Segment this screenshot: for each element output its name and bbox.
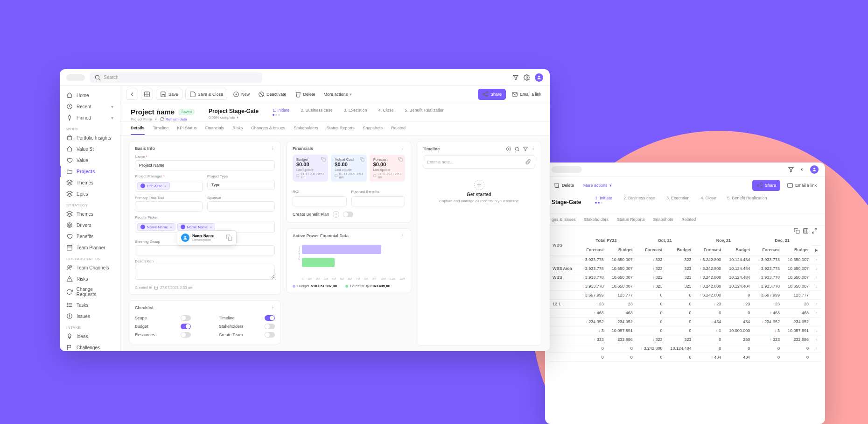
people-suggestion[interactable]: Name NameDescription xyxy=(177,230,237,245)
description-input[interactable] xyxy=(135,265,275,280)
copy-icon[interactable] xyxy=(398,157,403,162)
table-row[interactable]: 00↑ 3.242.80010.124.4840000↑ xyxy=(550,344,820,353)
nav-value[interactable]: Value xyxy=(60,155,120,166)
tab[interactable]: Stakeholders xyxy=(584,213,609,226)
tab-stakeholders[interactable]: Stakeholders xyxy=(294,122,318,135)
nav-drivers[interactable]: Drivers xyxy=(60,219,120,231)
tab-risks[interactable]: Risks xyxy=(232,122,243,135)
email-link-button[interactable]: Email a link xyxy=(784,180,819,191)
nav-recent[interactable]: Recent▾ xyxy=(60,101,120,112)
overflow-icon[interactable]: ⋮ xyxy=(401,146,405,151)
gear-icon[interactable] xyxy=(799,166,805,173)
nav-challenges[interactable]: Challenges xyxy=(60,342,120,351)
toggle-stakeholders[interactable] xyxy=(265,324,275,329)
toggle-timeline[interactable] xyxy=(265,315,275,321)
toggle-budget[interactable] xyxy=(181,324,191,329)
pm-picker[interactable]: Eric Alise× xyxy=(135,180,203,192)
share-button[interactable]: Share xyxy=(752,180,780,191)
nav-risks[interactable]: Risks xyxy=(60,273,120,284)
table-row[interactable]: ↓ 310.057.89100↑ 110.000.000↓ 310.057.89… xyxy=(550,326,820,335)
more-actions[interactable]: More actions ▾ xyxy=(581,181,615,190)
create-benefit-plan[interactable]: Create Benefit Plan+ xyxy=(293,211,405,218)
steering-input[interactable] xyxy=(135,245,275,255)
type-input[interactable] xyxy=(207,180,275,190)
tab-details[interactable]: Details xyxy=(131,122,145,135)
tab[interactable]: Snapshots xyxy=(653,213,673,226)
nav-themes[interactable]: Themes xyxy=(60,177,120,188)
task-tool-input[interactable] xyxy=(135,201,203,212)
save-close-button[interactable]: Save & Close xyxy=(185,89,228,100)
stage-5[interactable]: 5. Benefit Realization xyxy=(728,196,767,208)
nav-themes[interactable]: Themes xyxy=(60,208,120,219)
share-button[interactable]: Share xyxy=(478,89,506,100)
nav-change-requests[interactable]: Change Requests xyxy=(60,284,120,299)
overflow-icon[interactable]: ⋮ xyxy=(271,146,275,151)
tab-kpi-status[interactable]: KPI Status xyxy=(177,122,197,135)
avatar[interactable] xyxy=(810,165,819,174)
plus-circle-icon[interactable] xyxy=(506,146,511,152)
expand-icon[interactable] xyxy=(812,228,818,234)
gear-icon[interactable] xyxy=(524,74,530,81)
back-button[interactable] xyxy=(126,89,138,100)
search-input[interactable]: Search xyxy=(90,72,262,83)
avatar[interactable] xyxy=(535,73,543,82)
plus-icon[interactable]: + xyxy=(474,180,484,190)
nav-team-channels[interactable]: Team Channels xyxy=(60,262,120,273)
nav-projects[interactable]: Projects xyxy=(60,166,120,177)
tab[interactable]: ges & Issues xyxy=(552,213,576,226)
table-row[interactable]: 12,1↑ 232300↓ 2323↑ 2323↑ xyxy=(550,299,820,308)
filter-icon[interactable] xyxy=(523,146,528,152)
tab[interactable]: Related xyxy=(681,213,696,226)
stage-2[interactable]: 2. Business case xyxy=(623,196,655,208)
nav-ideas[interactable]: Ideas xyxy=(60,331,120,342)
table-row[interactable]: ↑ 4684680000↑ 468468↑ xyxy=(550,308,820,317)
search-icon[interactable] xyxy=(514,146,520,152)
save-button[interactable]: Save xyxy=(156,89,182,100)
overflow-icon[interactable]: ⋮ xyxy=(271,305,275,310)
copy-icon[interactable] xyxy=(226,234,232,241)
paperclip-icon[interactable] xyxy=(525,159,531,165)
overflow-icon[interactable]: ⋮ xyxy=(531,146,535,152)
sponsor-input[interactable] xyxy=(207,201,275,212)
financial-grid[interactable]: WBSTotal FY22Oct, 21Nov, 21Dec, 21Foreca… xyxy=(550,236,820,362)
name-input[interactable] xyxy=(135,160,275,170)
more-actions[interactable]: More actions ▾ xyxy=(321,90,355,99)
copy-icon[interactable] xyxy=(360,157,364,162)
stage-3[interactable]: 3. Execution xyxy=(344,108,367,121)
copy-icon[interactable] xyxy=(321,157,326,162)
grid-button[interactable] xyxy=(141,89,153,100)
new-button[interactable]: New xyxy=(230,89,252,99)
table-row[interactable]: WBS↑ 3.933.77810.650.007↑ 323323↑ 3.242.… xyxy=(550,273,820,282)
delete-button[interactable]: Delete xyxy=(551,180,577,191)
nav-portfolio-insights[interactable]: Portfolio Insights xyxy=(60,132,120,143)
nav-issues[interactable]: Issues xyxy=(60,311,120,322)
nav-tasks[interactable]: Tasks xyxy=(60,299,120,311)
nav-pinned[interactable]: Pinned▾ xyxy=(60,112,120,123)
nav-benefits[interactable]: Benefits xyxy=(60,231,120,242)
stage-2[interactable]: 2. Business case xyxy=(301,108,333,121)
stage-3[interactable]: 3. Execution xyxy=(666,196,690,208)
delete-button[interactable]: Delete xyxy=(292,89,318,99)
tab-changes-&-issues[interactable]: Changes & Issues xyxy=(251,122,285,135)
stage-1[interactable]: 1. Initiate xyxy=(595,196,612,208)
note-input[interactable]: Enter a note... xyxy=(423,155,535,169)
stage-5[interactable]: 5. Benefit Realization xyxy=(405,108,444,121)
nav-epics[interactable]: Epics xyxy=(60,188,120,199)
stage-4[interactable]: 4. Close xyxy=(378,108,393,121)
deactivate-button[interactable]: Deactivate xyxy=(255,89,289,99)
tab-status-reports[interactable]: Status Reports xyxy=(327,122,355,135)
nav-team-planner[interactable]: Team Planner xyxy=(60,242,120,253)
tab-snapshots[interactable]: Snapshots xyxy=(363,122,383,135)
table-row[interactable]: ↑ 3.933.77810.650.007↓ 323323↑ 3.242.800… xyxy=(550,255,820,264)
table-row[interactable]: ↑ 323232.886↓ 3233230250↑ 323232.886↑ xyxy=(550,335,820,344)
toggle-resources[interactable] xyxy=(181,332,191,338)
filter-icon[interactable] xyxy=(512,74,519,81)
table-row[interactable]: ↓ 3.933.77810.650.007↑ 323323↑ 3.242.800… xyxy=(550,282,820,290)
filter-icon[interactable] xyxy=(788,166,794,173)
copy-icon[interactable] xyxy=(794,228,800,234)
benefit-toggle[interactable] xyxy=(343,212,353,217)
roi-input[interactable] xyxy=(293,196,347,206)
stage-4[interactable]: 4. Close xyxy=(700,196,716,208)
table-row[interactable]: ↑ 3.697.999123.77700↑ 3.242.8000↑ 3.697.… xyxy=(550,290,820,299)
refresh-data[interactable]: Refresh data xyxy=(160,117,187,121)
